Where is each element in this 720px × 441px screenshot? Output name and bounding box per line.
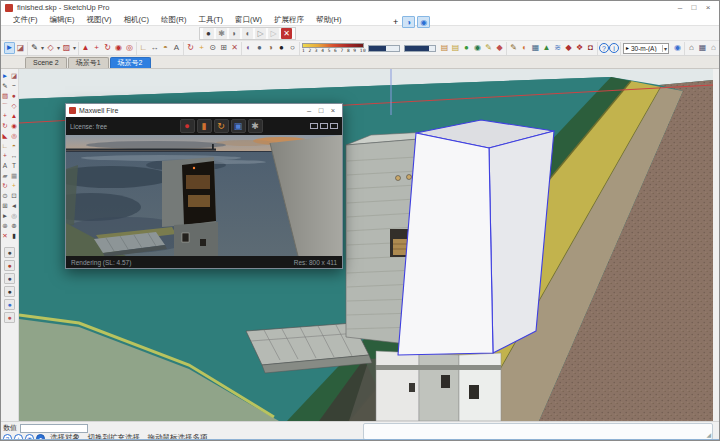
sphere-import-icon[interactable]: ◖ xyxy=(242,28,253,39)
measurements-input[interactable] xyxy=(20,424,88,433)
help-question-icon[interactable]: ? xyxy=(599,43,609,53)
text-tool[interactable]: A xyxy=(171,42,182,54)
zoom-window-tool[interactable]: ⊡ xyxy=(10,191,18,200)
follow-me-tool[interactable]: ◉ xyxy=(10,121,18,130)
sphere-export-icon[interactable]: ◗ xyxy=(229,28,240,39)
dimension-tool[interactable]: ↔ xyxy=(149,42,160,54)
component-sphere-icon[interactable]: ● xyxy=(461,42,472,54)
lower-building[interactable] xyxy=(376,351,501,421)
axes-tool[interactable]: + xyxy=(1,151,9,160)
maxwell-scene-icon[interactable]: ● xyxy=(4,286,15,297)
style-dropdown[interactable]: ►30-m-(A)▾ xyxy=(623,43,669,54)
save-image-button[interactable]: ▣ xyxy=(231,119,246,133)
menu-item-7[interactable]: 扩展程序 xyxy=(268,14,310,26)
tape-measure-tool[interactable]: ∟ xyxy=(1,141,9,150)
next-view-tool[interactable]: ► xyxy=(1,211,9,220)
pan-tool[interactable]: + xyxy=(10,181,18,190)
one-to-one-button[interactable] xyxy=(320,123,328,129)
xray-style-button[interactable]: ◐ xyxy=(243,42,254,54)
plugin-clock-icon[interactable]: ◐ xyxy=(519,42,530,54)
textured-style-button[interactable]: ◑ xyxy=(265,42,276,54)
previous-view-tool[interactable]: ◄ xyxy=(10,201,18,210)
wireframe-style-button[interactable]: ○ xyxy=(287,42,298,54)
shaded-style-button[interactable]: ● xyxy=(254,42,265,54)
maxwell-close-button[interactable]: × xyxy=(327,105,339,117)
resize-grip[interactable]: ◢ xyxy=(706,431,711,438)
material-box-icon[interactable]: ▤ xyxy=(439,42,450,54)
render-settings-button[interactable]: ✱ xyxy=(248,119,263,133)
shadow-time-slider[interactable] xyxy=(404,45,436,52)
maxwell-network-icon[interactable]: ● xyxy=(4,299,15,310)
circle-tool[interactable]: ● xyxy=(10,91,18,100)
scene-tab-1[interactable]: 场景号1 xyxy=(68,57,109,68)
folder-icon[interactable]: ▤ xyxy=(450,42,461,54)
offset-tool[interactable]: ◎ xyxy=(10,131,18,140)
plugin-target-icon[interactable]: ◘ xyxy=(585,42,596,54)
shadow-month-slider[interactable]: 1 2 3 4 5 6 7 8 9 10 11 12 xyxy=(302,43,364,53)
plugin-waves-icon[interactable]: ≋ xyxy=(552,42,563,54)
tape-measure-tool[interactable]: ∟ xyxy=(138,42,149,54)
paint-bucket-icon[interactable]: ◆ xyxy=(494,42,505,54)
arc-tool[interactable]: ⌒ xyxy=(1,101,9,110)
rotate-tool[interactable]: ↻ xyxy=(1,121,9,130)
select-tool[interactable]: ► xyxy=(1,71,9,80)
binoculars-icon[interactable]: ▮ xyxy=(10,231,18,240)
component-globe-icon[interactable]: ◉ xyxy=(472,42,483,54)
zoom-extents-tool[interactable]: ⊞ xyxy=(218,42,229,54)
fit-view-button[interactable] xyxy=(310,123,318,129)
previous-view-tool[interactable]: ✕ xyxy=(229,42,240,54)
freehand-tool[interactable]: ~ xyxy=(10,81,18,90)
maxwell-fire-window[interactable]: Maxwell Fire – □ × License: free ●▮↻▣✱ xyxy=(65,103,343,269)
menu-item-8[interactable]: 帮助(H) xyxy=(310,14,347,26)
maxwell-render-icon[interactable]: ● xyxy=(4,247,15,258)
rotate-tool[interactable]: ↻ xyxy=(102,42,113,54)
help-info-icon[interactable]: i xyxy=(609,43,619,53)
orbit-tool[interactable]: ↻ xyxy=(185,42,196,54)
walk-tool[interactable]: ⊕ xyxy=(10,221,18,230)
maxwell-help-icon[interactable]: ● xyxy=(4,312,15,323)
expand-view-button[interactable] xyxy=(330,123,338,129)
select-tool[interactable]: ► xyxy=(4,42,15,54)
delete-guides-icon[interactable]: ✕ xyxy=(1,231,9,240)
close-button[interactable]: × xyxy=(701,2,715,14)
zoom-extents-tool[interactable]: ⊞ xyxy=(1,201,9,210)
menu-item-2[interactable]: 视图(V) xyxy=(81,14,118,26)
rectangle-tool-dropdown[interactable]: ▾ xyxy=(72,42,77,54)
menu-item-0[interactable]: 文件(F) xyxy=(7,14,44,26)
menu-item-4[interactable]: 绘图(R) xyxy=(155,14,192,26)
position-camera-tool[interactable]: ◎ xyxy=(10,211,18,220)
grid-icon[interactable]: ▦ xyxy=(697,42,708,54)
menu-item-1[interactable]: 编辑(E) xyxy=(44,14,81,26)
shape-tool[interactable]: ◇ xyxy=(45,42,56,54)
maxwell-settings-button[interactable]: □ xyxy=(315,105,327,117)
flag-tool-icon[interactable]: ▷ xyxy=(255,28,266,39)
plugin-calendar-icon[interactable]: ▦ xyxy=(530,42,541,54)
scene-tab-0[interactable]: Scene 2 xyxy=(25,57,67,68)
polygon-tool[interactable]: ◇ xyxy=(10,101,18,110)
protractor-tool[interactable]: ◓ xyxy=(10,141,18,150)
maximize-button[interactable]: □ xyxy=(687,2,701,14)
plugin-shield-icon[interactable]: ◆ xyxy=(563,42,574,54)
flag-tool-2-icon[interactable]: ▷ xyxy=(268,28,279,39)
close-render-icon[interactable]: ✕ xyxy=(281,28,292,39)
scale-tool[interactable]: ◣ xyxy=(1,131,9,140)
minimize-button[interactable]: – xyxy=(673,2,687,14)
push-pull-tool[interactable]: ▲ xyxy=(10,111,18,120)
plan-view-tool[interactable]: ▦ xyxy=(10,171,18,180)
orbit-tool[interactable]: ↻ xyxy=(1,181,9,190)
plugin-chart-icon[interactable]: ▲ xyxy=(541,42,552,54)
text-tool[interactable]: A xyxy=(1,161,9,170)
3d-text-tool[interactable]: T xyxy=(10,161,18,170)
shadow-time-slider[interactable] xyxy=(368,45,400,52)
line-tool[interactable]: ✎ xyxy=(1,81,9,90)
maxwell-material-icon[interactable]: ● xyxy=(4,273,15,284)
push-pull-tool[interactable]: ▲ xyxy=(80,42,91,54)
plugin-burst-icon[interactable]: ❖ xyxy=(574,42,585,54)
pan-tool[interactable]: + xyxy=(196,42,207,54)
offset-tool[interactable]: ◎ xyxy=(124,42,135,54)
render-person-icon[interactable]: ● xyxy=(203,28,214,39)
maxwell-sphere-icon[interactable]: ◉ xyxy=(672,42,683,54)
maxwell-fire-icon[interactable]: ● xyxy=(4,260,15,271)
menu-item-3[interactable]: 相机(C) xyxy=(118,14,155,26)
home-outline-icon[interactable]: ⌂ xyxy=(708,42,719,54)
